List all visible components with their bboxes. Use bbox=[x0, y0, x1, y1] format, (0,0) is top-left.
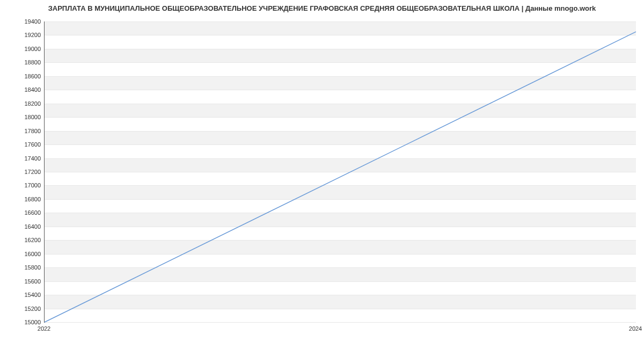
y-axis-tick: 16600 bbox=[2, 209, 41, 216]
y-axis-tick: 18200 bbox=[2, 100, 41, 107]
y-axis-tick: 18400 bbox=[2, 86, 41, 93]
y-axis-tick: 18000 bbox=[2, 114, 41, 120]
y-axis-tick: 18600 bbox=[2, 73, 41, 79]
y-axis-tick: 15800 bbox=[2, 264, 41, 271]
y-axis-tick: 17200 bbox=[2, 169, 41, 175]
y-axis-tick: 19400 bbox=[2, 18, 41, 25]
y-axis-tick: 15000 bbox=[2, 319, 41, 325]
x-axis-tick: 2024 bbox=[629, 325, 642, 332]
y-axis-tick: 17800 bbox=[2, 128, 41, 134]
y-axis-tick: 15600 bbox=[2, 278, 41, 285]
grid-line bbox=[45, 322, 636, 323]
y-axis-tick: 17600 bbox=[2, 141, 41, 148]
y-axis-tick: 15400 bbox=[2, 292, 41, 298]
chart-container: ЗАРПЛАТА В МУНИЦИПАЛЬНОЕ ОБЩЕОБРАЗОВАТЕЛ… bbox=[0, 0, 644, 349]
plot-area bbox=[44, 21, 636, 323]
y-axis-tick: 16200 bbox=[2, 237, 41, 243]
chart-line-layer bbox=[45, 21, 636, 322]
y-axis-tick: 17400 bbox=[2, 155, 41, 162]
y-axis-tick: 17000 bbox=[2, 182, 41, 188]
y-axis-tick: 15200 bbox=[2, 306, 41, 312]
y-axis-tick: 18800 bbox=[2, 59, 41, 66]
y-axis-tick: 16000 bbox=[2, 251, 41, 257]
y-axis-tick: 16400 bbox=[2, 223, 41, 230]
y-axis-tick: 19000 bbox=[2, 46, 41, 52]
y-axis-tick: 19200 bbox=[2, 32, 41, 38]
chart-title: ЗАРПЛАТА В МУНИЦИПАЛЬНОЕ ОБЩЕОБРАЗОВАТЕЛ… bbox=[0, 4, 644, 12]
series-line bbox=[45, 32, 636, 322]
x-axis-tick: 2022 bbox=[38, 325, 50, 332]
y-axis-tick: 16800 bbox=[2, 196, 41, 202]
